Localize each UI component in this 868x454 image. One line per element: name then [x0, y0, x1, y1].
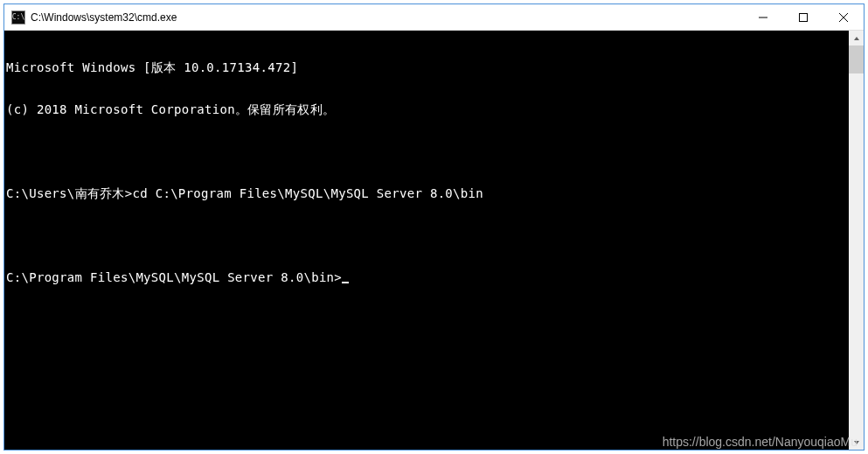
titlebar[interactable]: C:\ C:\Windows\system32\cmd.exe	[4, 4, 864, 31]
minimize-button[interactable]	[743, 4, 783, 30]
svg-marker-4	[854, 37, 859, 40]
console-line: (c) 2018 Microsoft Corporation。保留所有权利。	[6, 102, 864, 116]
scroll-up-button[interactable]	[849, 31, 864, 45]
console-content: Microsoft Windows [版本 10.0.17134.472] (c…	[4, 31, 864, 312]
close-button[interactable]	[823, 4, 864, 30]
console-line	[6, 144, 864, 158]
console-line	[6, 228, 864, 242]
window-controls	[743, 4, 864, 30]
svg-rect-1	[800, 13, 808, 21]
console-line: Microsoft Windows [版本 10.0.17134.472]	[6, 60, 864, 74]
cursor	[342, 282, 349, 283]
scroll-track[interactable]	[849, 45, 864, 435]
scroll-thumb[interactable]	[849, 45, 864, 73]
scroll-down-button[interactable]	[849, 435, 864, 450]
cmd-window: C:\ C:\Windows\system32\cmd.exe Microsof…	[3, 3, 865, 451]
console-prompt-line: C:\Program Files\MySQL\MySQL Server 8.0\…	[6, 270, 864, 284]
svg-marker-5	[854, 441, 859, 444]
vertical-scrollbar[interactable]	[849, 31, 864, 450]
console-body[interactable]: Microsoft Windows [版本 10.0.17134.472] (c…	[4, 31, 864, 450]
prompt-text: C:\Program Files\MySQL\MySQL Server 8.0\…	[6, 270, 342, 284]
cmd-icon: C:\	[11, 10, 25, 24]
console-line: C:\Users\南有乔木>cd C:\Program Files\MySQL\…	[6, 186, 864, 200]
window-title: C:\Windows\system32\cmd.exe	[31, 11, 743, 24]
maximize-button[interactable]	[783, 4, 823, 30]
